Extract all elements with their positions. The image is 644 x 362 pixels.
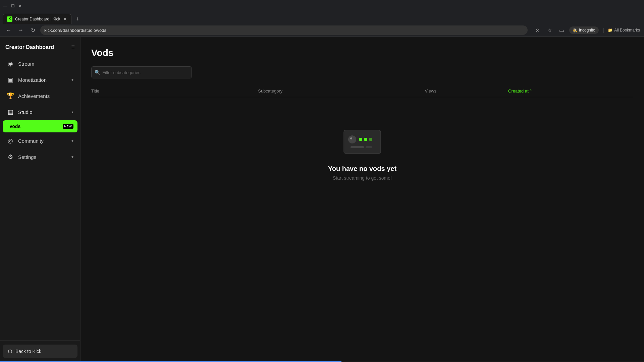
address-bar: ← → ↻ ⊘ ☆ ▭ 🕵 Incognito | 📁 All Bookmark… xyxy=(0,24,644,37)
app-layout: Creator Dashboard ≡ ◉ Stream ▣ Monetizat… xyxy=(0,37,644,362)
svg-point-1 xyxy=(348,135,356,143)
filter-bar: 🔍 xyxy=(91,66,633,78)
bookmarks-label: All Bookmarks xyxy=(614,28,640,33)
svg-point-2 xyxy=(350,137,352,139)
settings-chevron-icon: ▾ xyxy=(71,155,73,159)
tab-title: Creator Dashboard | Kick xyxy=(15,17,60,21)
sidebar-item-studio[interactable]: ▦ Studio ▴ xyxy=(3,104,77,120)
tab-close-button[interactable]: ✕ xyxy=(63,16,67,22)
monetization-icon: ▣ xyxy=(7,76,14,83)
sidebar-footer: ⬡ Back to Kick xyxy=(0,340,80,362)
sidebar-item-achievements[interactable]: 🏆 Achievements xyxy=(3,88,77,104)
monetization-chevron-icon: ▾ xyxy=(71,77,73,82)
sidebar-nav: ◉ Stream ▣ Monetization ▾ 🏆 Achievements… xyxy=(0,56,80,340)
minimize-button[interactable]: — xyxy=(3,3,8,9)
svg-rect-6 xyxy=(351,146,364,148)
monetization-label: Monetization xyxy=(18,77,67,83)
incognito-label: Incognito xyxy=(579,28,595,33)
achievements-label: Achievements xyxy=(18,93,73,99)
bookmarks-button[interactable]: 📁 All Bookmarks xyxy=(608,28,640,33)
th-subcategory: Subcategory xyxy=(258,88,425,94)
settings-icon: ⚙ xyxy=(7,153,14,161)
bookmarks-icon: 📁 xyxy=(608,28,613,33)
incognito-button[interactable]: 🕵 Incognito xyxy=(569,26,599,34)
back-to-kick-icon: ⬡ xyxy=(8,349,12,354)
sidebar-item-settings[interactable]: ⚙ Settings ▾ xyxy=(3,149,77,165)
community-label: Community xyxy=(18,138,67,144)
camera-off-icon[interactable]: ⊘ xyxy=(533,25,542,35)
studio-label: Studio xyxy=(18,109,67,115)
bottom-bar xyxy=(0,361,644,362)
studio-icon: ▦ xyxy=(7,108,14,116)
new-tab-button[interactable]: + xyxy=(73,14,82,24)
vods-table: Title Subcategory Views Created at ^ xyxy=(91,85,633,207)
sidebar-item-monetization[interactable]: ▣ Monetization ▾ xyxy=(3,72,77,87)
achievements-icon: 🏆 xyxy=(7,92,14,100)
bookmark-icon[interactable]: ☆ xyxy=(545,25,554,35)
empty-state-title: You have no vods yet xyxy=(328,165,396,173)
vods-new-badge: NEW xyxy=(63,124,74,129)
th-created-at-label: Created at xyxy=(508,88,529,94)
tab-favicon: K xyxy=(7,16,12,22)
stream-icon: ◉ xyxy=(7,60,14,67)
device-icon[interactable]: ▭ xyxy=(557,25,567,35)
back-nav-button[interactable]: ← xyxy=(4,25,13,35)
sidebar-item-stream[interactable]: ◉ Stream xyxy=(3,56,77,71)
refresh-button[interactable]: ↻ xyxy=(28,25,38,35)
studio-chevron-icon: ▴ xyxy=(71,110,73,114)
incognito-icon: 🕵 xyxy=(573,28,578,33)
th-views: Views xyxy=(425,88,508,94)
community-chevron-icon: ▾ xyxy=(71,138,73,143)
filter-subcategories-input[interactable] xyxy=(91,66,192,78)
sidebar: Creator Dashboard ≡ ◉ Stream ▣ Monetizat… xyxy=(0,37,80,362)
back-to-kick-label: Back to Kick xyxy=(15,349,41,354)
svg-rect-7 xyxy=(366,146,372,148)
title-bar: — ☐ ✕ xyxy=(0,0,644,12)
filter-input-wrap: 🔍 xyxy=(91,66,192,78)
sidebar-item-vods[interactable]: Vods NEW xyxy=(3,120,77,132)
back-to-kick-button[interactable]: ⬡ Back to Kick xyxy=(3,345,77,358)
stream-label: Stream xyxy=(18,61,73,67)
page-title: Vods xyxy=(91,48,633,58)
progress-bar xyxy=(0,361,341,362)
browser-chrome: — ☐ ✕ K Creator Dashboard | Kick ✕ + ← →… xyxy=(0,0,644,37)
sidebar-title: Creator Dashboard xyxy=(5,44,54,50)
forward-nav-button[interactable]: → xyxy=(16,25,25,35)
tabs-bar: K Creator Dashboard | Kick ✕ + xyxy=(0,12,644,24)
vods-label: Vods xyxy=(9,124,59,129)
maximize-button[interactable]: ☐ xyxy=(10,3,15,9)
active-tab[interactable]: K Creator Dashboard | Kick ✕ xyxy=(3,14,71,24)
sidebar-toggle-button[interactable]: ≡ xyxy=(71,44,75,51)
th-created-at[interactable]: Created at ^ xyxy=(508,88,633,94)
close-window-button[interactable]: ✕ xyxy=(17,3,23,9)
url-input[interactable] xyxy=(40,25,528,35)
svg-point-5 xyxy=(369,138,372,141)
community-icon: ◎ xyxy=(7,137,14,144)
empty-state-icon xyxy=(342,127,382,157)
th-title: Title xyxy=(91,88,258,94)
browser-actions: ⊘ ☆ ▭ 🕵 Incognito | 📁 All Bookmarks xyxy=(533,25,640,35)
window-controls[interactable]: — ☐ ✕ xyxy=(3,3,23,9)
sort-arrow-icon: ^ xyxy=(530,89,532,93)
svg-point-3 xyxy=(359,138,362,141)
sidebar-item-community[interactable]: ◎ Community ▾ xyxy=(3,133,77,148)
sidebar-header: Creator Dashboard ≡ xyxy=(0,37,80,56)
main-content: Vods 🔍 Title Subcategory Views Created a… xyxy=(80,37,644,362)
empty-state-subtitle: Start streaming to get some! xyxy=(333,175,392,181)
svg-point-4 xyxy=(364,138,367,141)
empty-state: You have no vods yet Start streaming to … xyxy=(91,100,633,207)
settings-label: Settings xyxy=(18,154,67,160)
filter-search-icon: 🔍 xyxy=(95,70,100,75)
table-header: Title Subcategory Views Created at ^ xyxy=(91,85,633,97)
